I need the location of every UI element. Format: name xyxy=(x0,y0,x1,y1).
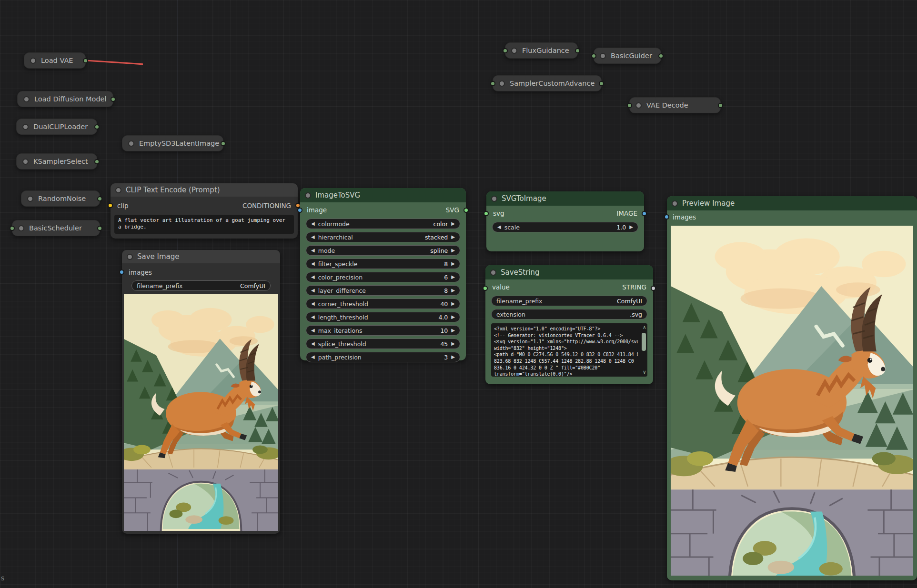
node-clip-text-encode[interactable]: CLIP Text Encode (Prompt) clip CONDITION… xyxy=(111,183,298,239)
increment-arrow-icon[interactable]: ▶ xyxy=(451,328,455,333)
collapse-toggle-icon[interactable] xyxy=(23,96,30,102)
collapse-toggle-icon[interactable] xyxy=(115,187,121,193)
output-port[interactable] xyxy=(718,103,723,108)
increment-arrow-icon[interactable]: ▶ xyxy=(451,288,455,293)
scrollbar-thumb[interactable] xyxy=(642,333,646,351)
node-header[interactable]: Save Image xyxy=(122,250,280,263)
node-savestring[interactable]: SaveString value STRING filename_prefix … xyxy=(485,265,653,384)
decrement-arrow-icon[interactable]: ◀ xyxy=(311,261,315,266)
input-port[interactable] xyxy=(10,226,15,231)
node-load-vae[interactable]: Load VAE xyxy=(24,52,86,69)
colormode-widget[interactable]: ◀ colormode color ▶ xyxy=(306,219,460,229)
collapse-toggle-icon[interactable] xyxy=(600,53,606,59)
decrement-arrow-icon[interactable]: ◀ xyxy=(311,315,315,319)
collapse-toggle-icon[interactable] xyxy=(672,200,678,207)
output-port[interactable] xyxy=(83,58,88,63)
input-port[interactable] xyxy=(627,103,632,108)
corner-threshold-widget[interactable]: ◀ corner_threshold 40 ▶ xyxy=(306,299,460,309)
input-port[interactable] xyxy=(490,81,495,86)
input-port[interactable] xyxy=(503,48,508,53)
path-precision-widget[interactable]: ◀ path_precision 3 ▶ xyxy=(306,352,460,362)
clip-input-port[interactable] xyxy=(108,203,113,208)
output-port[interactable] xyxy=(599,81,604,86)
scroll-down-icon[interactable]: ∨ xyxy=(643,370,646,375)
hierarchical-widget[interactable]: ◀ hierarchical stacked ▶ xyxy=(306,232,460,242)
output-port[interactable] xyxy=(97,226,102,231)
increment-arrow-icon[interactable]: ▶ xyxy=(451,315,455,319)
decrement-arrow-icon[interactable]: ◀ xyxy=(311,328,315,333)
decrement-arrow-icon[interactable]: ◀ xyxy=(311,275,315,279)
decrement-arrow-icon[interactable]: ◀ xyxy=(311,248,315,253)
node-load-diffusion-model[interactable]: Load Diffusion Model xyxy=(17,91,113,107)
image-input-port[interactable] xyxy=(297,208,302,213)
output-port[interactable] xyxy=(94,159,100,164)
max-iterations-widget[interactable]: ◀ max_iterations 10 ▶ xyxy=(306,325,460,336)
increment-arrow-icon[interactable]: ▶ xyxy=(451,275,455,279)
node-samplercustomadvance[interactable]: SamplerCustomAdvance xyxy=(493,75,602,91)
scale-widget[interactable]: ◀ scale 1.0 ▶ xyxy=(492,222,638,232)
image-output-port[interactable] xyxy=(642,211,647,216)
node-fluxguidance[interactable]: FluxGuidance xyxy=(505,42,578,59)
node-preview-image[interactable]: Preview Image images xyxy=(667,196,917,580)
decrement-arrow-icon[interactable]: ◀ xyxy=(497,225,501,229)
collapse-toggle-icon[interactable] xyxy=(22,159,29,165)
length-threshold-widget[interactable]: ◀ length_threshold 4.0 ▶ xyxy=(306,312,460,322)
output-port[interactable] xyxy=(94,124,100,130)
increment-arrow-icon[interactable]: ▶ xyxy=(451,301,455,306)
node-emptysd3latentimage[interactable]: EmptySD3LatentImage xyxy=(122,135,223,151)
collapse-toggle-icon[interactable] xyxy=(18,225,24,231)
node-header[interactable]: SaveString xyxy=(485,265,653,279)
color-precision-widget[interactable]: ◀ color_precision 6 ▶ xyxy=(306,272,460,282)
filename-prefix-widget[interactable]: filename_prefix ComfyUI xyxy=(491,296,647,306)
output-port[interactable] xyxy=(221,141,226,146)
increment-arrow-icon[interactable]: ▶ xyxy=(451,355,455,359)
output-port[interactable] xyxy=(97,196,102,201)
collapse-toggle-icon[interactable] xyxy=(305,192,311,199)
filename-prefix-widget[interactable]: filename_prefix ComfyUI xyxy=(131,280,271,291)
scroll-up-icon[interactable]: ∧ xyxy=(643,325,646,330)
collapse-toggle-icon[interactable] xyxy=(499,80,505,87)
node-header[interactable]: ImageToSVG xyxy=(300,188,466,202)
collapse-toggle-icon[interactable] xyxy=(22,124,29,130)
filter-speckle-widget[interactable]: ◀ filter_speckle 8 ▶ xyxy=(306,259,460,269)
collapse-toggle-icon[interactable] xyxy=(27,196,33,202)
node-ksamplerselect[interactable]: KSamplerSelect xyxy=(16,153,97,169)
decrement-arrow-icon[interactable]: ◀ xyxy=(311,235,315,239)
increment-arrow-icon[interactable]: ▶ xyxy=(451,235,455,239)
output-port[interactable] xyxy=(575,48,580,53)
extension-widget[interactable]: extension .svg xyxy=(491,309,647,319)
node-graph-canvas[interactable]: s xyxy=(0,0,917,588)
decrement-arrow-icon[interactable]: ◀ xyxy=(311,355,315,359)
increment-arrow-icon[interactable]: ▶ xyxy=(629,225,633,229)
increment-arrow-icon[interactable]: ▶ xyxy=(451,248,455,253)
layer-difference-widget[interactable]: ◀ layer_difference 8 ▶ xyxy=(306,285,460,296)
svg-source-textarea[interactable]: <?xml version="1.0" encoding="UTF-8"?> <… xyxy=(491,323,647,377)
decrement-arrow-icon[interactable]: ◀ xyxy=(311,221,315,226)
string-output-port[interactable] xyxy=(651,286,656,291)
collapse-toggle-icon[interactable] xyxy=(635,102,642,109)
decrement-arrow-icon[interactable]: ◀ xyxy=(311,301,315,306)
increment-arrow-icon[interactable]: ▶ xyxy=(451,341,455,346)
images-input-port[interactable] xyxy=(119,269,124,275)
increment-arrow-icon[interactable]: ▶ xyxy=(451,221,455,226)
node-header[interactable]: SVGToImage xyxy=(486,191,644,206)
node-imagetosvg[interactable]: ImageToSVG image SVG ◀ colormode color ▶… xyxy=(300,188,466,360)
node-svgtoimage[interactable]: SVGToImage svg IMAGE ◀ scale 1.0 ▶ xyxy=(486,191,644,251)
svg-input-port[interactable] xyxy=(484,211,489,216)
mode-widget[interactable]: ◀ mode spline ▶ xyxy=(306,245,460,256)
node-vae-decode[interactable]: VAE Decode xyxy=(629,97,721,113)
node-randomnoise[interactable]: RandomNoise xyxy=(21,190,100,207)
splice-threshold-widget[interactable]: ◀ splice_threshold 45 ▶ xyxy=(306,339,460,349)
node-basicscheduler[interactable]: BasicScheduler xyxy=(12,220,100,236)
collapse-toggle-icon[interactable] xyxy=(128,140,134,147)
images-input-port[interactable] xyxy=(664,214,669,219)
decrement-arrow-icon[interactable]: ◀ xyxy=(311,288,315,293)
output-port[interactable] xyxy=(111,97,116,102)
node-header[interactable]: CLIP Text Encode (Prompt) xyxy=(111,183,298,197)
svg-output-port[interactable] xyxy=(464,208,469,213)
collapse-toggle-icon[interactable] xyxy=(490,269,496,276)
node-basicguider[interactable]: BasicGuider xyxy=(594,48,661,64)
input-port[interactable] xyxy=(591,53,596,59)
decrement-arrow-icon[interactable]: ◀ xyxy=(311,341,315,346)
prompt-textarea[interactable]: A flat vector art illustration of a goat… xyxy=(114,215,294,234)
